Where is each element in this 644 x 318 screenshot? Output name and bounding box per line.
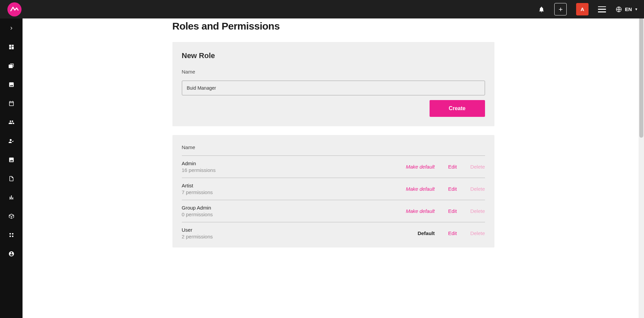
hamburger-line-icon: [598, 11, 606, 12]
chevron-right-icon: [9, 26, 14, 31]
sidebar-item-apps[interactable]: [5, 231, 18, 239]
new-role-panel: New Role Name Create: [172, 42, 494, 126]
sidebar-item-document[interactable]: [5, 174, 18, 183]
logo-wave-icon: [10, 5, 19, 14]
sidebar-item-package[interactable]: [5, 212, 18, 221]
role-permissions-count: 7 permissions: [182, 189, 213, 195]
language-selector[interactable]: EN ▼: [615, 6, 638, 13]
svg-point-2: [12, 233, 13, 235]
create-button[interactable]: Create: [430, 100, 485, 117]
svg-point-1: [9, 233, 11, 235]
role-info: Admin16 permissions: [182, 161, 216, 173]
apps-dots-icon: [8, 232, 14, 238]
role-name: Admin: [182, 161, 216, 166]
role-actions: DefaultEditDelete: [417, 230, 485, 236]
role-actions: Make defaultEditDelete: [406, 208, 485, 214]
main-scroll-area[interactable]: Roles and Permissions New Role Name Crea…: [23, 18, 644, 318]
role-info: Group Admin0 permissions: [182, 205, 213, 217]
role-permissions-count: 2 permissions: [182, 234, 213, 239]
sidebar-item-dashboard[interactable]: [5, 43, 18, 51]
sidebar-item-media[interactable]: [5, 155, 18, 164]
user-check-icon: [8, 138, 14, 144]
app-logo[interactable]: [7, 2, 22, 16]
topbar: A EN ▼: [0, 0, 644, 18]
hamburger-line-icon: [598, 6, 606, 7]
edit-button[interactable]: Edit: [448, 186, 457, 192]
sidebar-item-account[interactable]: [5, 249, 18, 258]
delete-button[interactable]: Delete: [470, 164, 485, 170]
sidebar-item-analytics[interactable]: [5, 193, 18, 202]
role-name: Group Admin: [182, 205, 213, 211]
make-default-button[interactable]: Make default: [406, 164, 435, 170]
dashboard-icon: [8, 44, 14, 50]
role-info: Artist7 permissions: [182, 183, 213, 195]
sidebar-item-gallery[interactable]: [5, 61, 18, 70]
role-row: Artist7 permissionsMake defaultEditDelet…: [182, 178, 485, 200]
edit-button[interactable]: Edit: [448, 230, 457, 236]
role-permissions-count: 0 permissions: [182, 212, 213, 217]
role-info: User2 permissions: [182, 227, 213, 239]
sidebar-item-calendar[interactable]: [5, 99, 18, 108]
delete-button[interactable]: Delete: [470, 208, 485, 214]
role-name: Artist: [182, 183, 213, 188]
avatar-initial: A: [580, 6, 584, 12]
page-scrollbar[interactable]: [639, 0, 644, 318]
new-role-heading: New Role: [182, 51, 485, 60]
sidebar-item-approve-user[interactable]: [5, 137, 18, 145]
role-permissions-count: 16 permissions: [182, 167, 216, 173]
make-default-button[interactable]: Make default: [406, 186, 435, 192]
box-icon: [8, 213, 14, 219]
default-badge: Default: [417, 230, 435, 236]
images-stack-icon: [8, 63, 14, 69]
edit-button[interactable]: Edit: [448, 164, 457, 170]
users-icon: [8, 119, 14, 125]
notifications-bell-icon[interactable]: [538, 6, 545, 13]
page-title: Roles and Permissions: [172, 20, 494, 32]
delete-button[interactable]: Delete: [470, 230, 485, 236]
user-avatar-button[interactable]: A: [576, 3, 589, 15]
chevron-down-icon: ▼: [635, 7, 638, 11]
plus-icon: [558, 6, 564, 12]
role-name-input[interactable]: [182, 81, 485, 95]
content-column: Roles and Permissions New Role Name Crea…: [172, 20, 494, 247]
make-default-button[interactable]: Make default: [406, 208, 435, 214]
role-actions: Make defaultEditDelete: [406, 164, 485, 170]
sidebar-expand-toggle[interactable]: [5, 24, 18, 33]
menu-button[interactable]: [598, 6, 606, 12]
language-label: EN: [625, 6, 632, 12]
create-button-row: Create: [182, 100, 485, 117]
delete-button[interactable]: Delete: [470, 186, 485, 192]
role-row: Admin16 permissionsMake defaultEditDelet…: [182, 156, 485, 178]
roles-container: Admin16 permissionsMake defaultEditDelet…: [182, 156, 485, 244]
role-row: Group Admin0 permissionsMake defaultEdit…: [182, 200, 485, 222]
svg-point-3: [9, 236, 11, 237]
sidebar: [0, 18, 23, 318]
scrollbar-thumb[interactable]: [639, 17, 643, 138]
name-field-label: Name: [182, 69, 485, 75]
image-icon: [8, 82, 14, 88]
document-icon: [8, 176, 14, 182]
topbar-right: A EN ▼: [538, 3, 638, 15]
create-new-button[interactable]: [554, 3, 567, 15]
sidebar-item-image[interactable]: [5, 80, 18, 89]
hamburger-line-icon: [598, 9, 606, 10]
role-actions: Make defaultEditDelete: [406, 186, 485, 192]
edit-button[interactable]: Edit: [448, 208, 457, 214]
roles-list-header: Name: [182, 144, 485, 156]
svg-point-4: [12, 236, 13, 237]
calendar-icon: [8, 100, 14, 106]
sidebar-item-users[interactable]: [5, 118, 18, 127]
role-name: User: [182, 227, 213, 233]
topbar-left: [6, 2, 22, 16]
picture-icon: [8, 157, 14, 163]
roles-list-panel: Name Admin16 permissionsMake defaultEdit…: [172, 135, 494, 247]
account-circle-icon: [8, 251, 14, 257]
role-row: User2 permissionsDefaultEditDelete: [182, 222, 485, 244]
globe-icon: [615, 6, 622, 13]
